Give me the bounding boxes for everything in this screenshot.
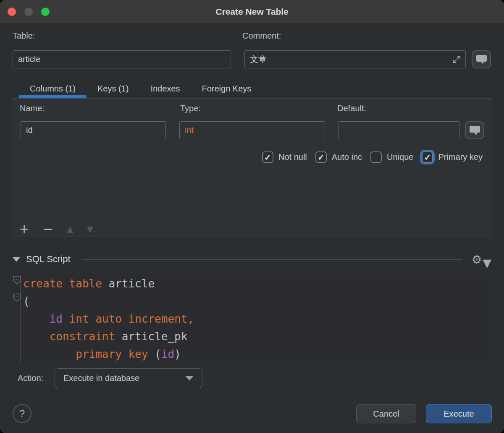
- sql-token: [63, 313, 69, 325]
- dialog-window: Create New Table Table: Comment: Columns…: [0, 0, 504, 433]
- fold-gutter-line: [20, 278, 21, 362]
- comment-label: Comment:: [242, 31, 281, 41]
- checkbox-label: Auto inc: [332, 152, 362, 162]
- tab-bar: Columns (1)Keys (1)IndexesForeign Keys: [19, 79, 262, 98]
- check-icon: ✓: [264, 153, 271, 162]
- table-name-input[interactable]: [13, 50, 231, 68]
- cancel-button-label: Cancel: [373, 409, 399, 419]
- cancel-button[interactable]: Cancel: [356, 404, 416, 423]
- check-icon: ✓: [424, 153, 431, 162]
- chevron-down-icon: [185, 376, 194, 381]
- move-up-button: ▲: [67, 225, 73, 233]
- add-button[interactable]: +: [19, 223, 29, 235]
- sql-token: create table: [23, 277, 109, 290]
- action-select[interactable]: Execute in database: [55, 368, 202, 388]
- sql-token: [23, 348, 76, 360]
- checkbox-label: Not null: [278, 152, 307, 162]
- close-button[interactable]: [8, 8, 16, 16]
- column-comment-button[interactable]: [465, 121, 484, 139]
- columns-toolbar: +−▲▼: [12, 221, 492, 237]
- checkbox-box[interactable]: ✓: [422, 151, 433, 163]
- move-down-button: ▼: [87, 225, 93, 233]
- sql-token: id: [50, 313, 63, 325]
- remove-button[interactable]: −: [43, 223, 53, 235]
- sql-token: [23, 330, 50, 343]
- expand-editor-icon[interactable]: [452, 55, 462, 64]
- type-label: Type:: [180, 104, 201, 113]
- fold-marker-icon[interactable]: [13, 276, 21, 284]
- sql-token: [23, 313, 50, 325]
- sql-script-title: SQL Script: [26, 254, 71, 265]
- checkbox-label: Primary key: [438, 152, 483, 162]
- check-icon: ✓: [318, 153, 325, 162]
- title-bar[interactable]: Create New Table: [0, 0, 504, 24]
- zoom-button[interactable]: [41, 8, 50, 16]
- sql-token: article: [109, 277, 155, 290]
- help-button[interactable]: ?: [13, 404, 32, 423]
- column-default-input[interactable]: [339, 121, 459, 139]
- table-label: Table:: [13, 31, 35, 41]
- sql-line-2: (: [23, 292, 490, 310]
- checkbox-box[interactable]: ✓: [262, 151, 273, 163]
- checkbox-unique[interactable]: Unique: [370, 151, 413, 163]
- checkbox-box[interactable]: ✓: [315, 151, 327, 163]
- column-name-input[interactable]: [21, 121, 166, 139]
- minimize-button[interactable]: [24, 8, 33, 16]
- sql-script-header: SQL Script ⚙ ▼: [13, 251, 491, 268]
- execute-button[interactable]: Execute: [426, 404, 492, 423]
- checkbox-auto-inc[interactable]: ✓Auto inc: [315, 151, 362, 163]
- tab-columns-1[interactable]: Columns (1): [19, 79, 87, 98]
- execute-button-label: Execute: [444, 409, 474, 419]
- checkbox-box[interactable]: [370, 151, 382, 163]
- table-comment-button[interactable]: [472, 50, 491, 68]
- name-label: Name:: [20, 104, 45, 113]
- sql-editor[interactable]: create table article( id int auto_increm…: [12, 272, 492, 362]
- sql-token: (: [23, 295, 30, 308]
- tab-indexes[interactable]: Indexes: [139, 79, 191, 98]
- tab-foreign-keys[interactable]: Foreign Keys: [191, 79, 262, 98]
- checkbox-not-null[interactable]: ✓Not null: [262, 151, 307, 163]
- action-select-value: Execute in database: [63, 373, 185, 383]
- fold-marker-icon[interactable]: [13, 293, 21, 302]
- checkbox-row: ✓Not null✓Auto incUnique✓Primary key: [262, 151, 483, 163]
- sql-line-4: constraint article_pk: [23, 328, 490, 345]
- sql-token: int auto_increment,: [69, 313, 194, 325]
- sql-line-5: primary key (id): [23, 345, 490, 363]
- collapse-triangle-icon[interactable]: [13, 257, 20, 262]
- sql-token: ): [174, 348, 181, 360]
- gear-icon[interactable]: ⚙: [472, 254, 482, 265]
- comment-input[interactable]: [244, 50, 466, 68]
- comment-bubble-icon: [476, 55, 487, 64]
- action-label: Action:: [18, 373, 43, 383]
- traffic-lights: [8, 8, 50, 16]
- sql-code[interactable]: create table article( id int auto_increm…: [23, 275, 490, 363]
- sql-token: article_pk: [122, 330, 188, 343]
- sql-token: id: [161, 348, 174, 360]
- header-divider: [81, 259, 462, 260]
- default-label: Default:: [337, 104, 366, 113]
- gear-dropdown-arrow-icon: ▼: [483, 257, 491, 269]
- checkbox-primary-key[interactable]: ✓Primary key: [422, 151, 483, 163]
- sql-token: (: [155, 348, 161, 360]
- sql-line-1: create table article: [23, 275, 490, 292]
- sql-line-3: id int auto_increment,: [23, 310, 490, 328]
- sql-token: primary key: [76, 348, 155, 360]
- question-icon: ?: [19, 408, 25, 420]
- sql-token: constraint: [50, 330, 122, 343]
- checkbox-label: Unique: [387, 152, 413, 162]
- window-title: Create New Table: [215, 7, 289, 17]
- columns-panel: Name: Type: Default: ✓Not null✓Auto incU…: [12, 98, 492, 237]
- comment-field[interactable]: [244, 50, 466, 68]
- tab-keys-1[interactable]: Keys (1): [87, 79, 139, 98]
- column-type-input[interactable]: [179, 121, 325, 139]
- comment-bubble-icon: [470, 126, 480, 135]
